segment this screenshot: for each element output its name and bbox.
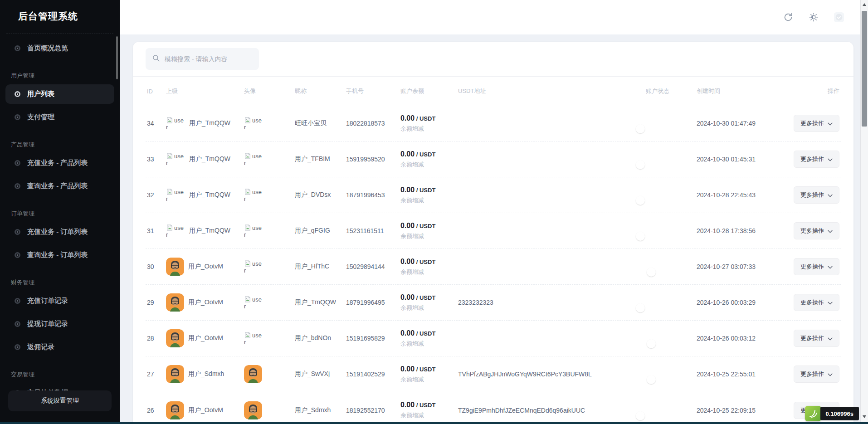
balance-adjust-link[interactable]: 余额增减 — [400, 411, 458, 419]
cell-id: 26 — [147, 407, 166, 414]
cell-id: 31 — [147, 227, 166, 234]
sidebar-item-label: 查询业务 - 订单列表 — [27, 251, 88, 259]
sidebar-item-user-list[interactable]: 用户列表 — [5, 84, 114, 104]
chevron-down-icon — [828, 335, 833, 342]
cell-parent: 用户_OotvM — [166, 329, 244, 347]
cell-nickname: 用户_bdNOn — [295, 334, 346, 342]
balance-adjust-link[interactable]: 余额增减 — [400, 340, 458, 348]
sidebar-item-recharge-order-records[interactable]: 充值订单记录 — [5, 291, 114, 311]
search-icon — [152, 54, 160, 64]
sidebar-section-label: 产品管理 — [0, 129, 120, 151]
user-avatar[interactable] — [834, 12, 844, 23]
menu-dot-icon — [15, 298, 20, 304]
thinkphp-trace-icon[interactable] — [805, 406, 821, 421]
column-header-balance: 账户余额 — [400, 87, 458, 95]
cell-phone: 15191695829 — [346, 335, 400, 342]
cell-actions: 更多操作 — [794, 151, 839, 168]
toggle-knob — [647, 375, 656, 384]
sidebar-item-dashboard[interactable]: 首页概况总览 — [5, 39, 114, 58]
balance-value: 0.00 — [400, 150, 414, 158]
cell-usdt-address: TVhPfzABgJHJnWoGYqW9RCt6PcY3BUFW8L — [458, 370, 646, 378]
cell-actions: 更多操作 — [794, 366, 839, 383]
parent-name: 用户_TmQQW — [189, 227, 230, 235]
cell-avatar: user — [244, 224, 295, 238]
column-header-id: ID — [147, 88, 166, 95]
cell-id: 28 — [147, 335, 166, 342]
sidebar-item-query-product-list[interactable]: 查询业务 - 产品列表 — [5, 176, 114, 196]
cell-id: 33 — [147, 156, 166, 163]
balance-adjust-link[interactable]: 余额增减 — [400, 161, 458, 169]
cell-id: 30 — [147, 263, 166, 270]
balance-adjust-link[interactable]: 余额增减 — [400, 304, 458, 312]
table-row: 27用户_Sdmxh用户_SwVXj151914025290.00 / USDT… — [146, 356, 841, 392]
scrollbar-down-arrow[interactable] — [861, 413, 868, 420]
balance-value: 0.00 — [400, 222, 414, 229]
more-actions-button[interactable]: 更多操作 — [794, 366, 839, 383]
scrollbar-thumb[interactable] — [862, 11, 867, 127]
cell-created-time: 2024-10-25 22:09:15 — [697, 407, 787, 414]
more-actions-button[interactable]: 更多操作 — [794, 115, 839, 132]
cell-parent: user用户_TmQQW — [166, 117, 244, 131]
more-actions-button[interactable]: 更多操作 — [794, 330, 839, 347]
user-table: ID上级头像昵称手机号账户余额USDT地址账户状态创建时间操作 34user用户… — [133, 77, 853, 424]
user-list-card: ID上级头像昵称手机号账户余额USDT地址账户状态创建时间操作 34user用户… — [133, 42, 853, 424]
balance-value: 0.00 — [400, 114, 414, 122]
column-header-status: 账户状态 — [646, 87, 697, 95]
sidebar-item-label: 查询业务 - 产品列表 — [27, 182, 88, 190]
balance-unit: / USDT — [414, 115, 435, 122]
cell-phone: 18791996495 — [346, 299, 400, 306]
user-photo-avatar — [166, 258, 184, 276]
balance-adjust-link[interactable]: 余额增减 — [400, 196, 458, 205]
column-header-nick: 昵称 — [295, 87, 346, 95]
broken-image-placeholder: user — [244, 117, 263, 131]
system-settings-button[interactable]: 系统设置管理 — [8, 390, 112, 411]
menu-dot-icon — [15, 45, 20, 51]
more-actions-button[interactable]: 更多操作 — [794, 151, 839, 168]
sidebar-item-rebate-records[interactable]: 返佣记录 — [5, 337, 114, 357]
cell-avatar: user — [244, 260, 295, 274]
cell-phone: 18022818573 — [346, 120, 400, 127]
cell-nickname: 用户_qFGIG — [295, 227, 346, 235]
cell-created-time: 2024-10-30 01:47:49 — [697, 120, 787, 127]
cell-avatar — [244, 401, 295, 419]
sidebar-item-payment-management[interactable]: 支付管理 — [5, 107, 114, 127]
more-actions-button[interactable]: 更多操作 — [794, 222, 839, 239]
balance-adjust-link[interactable]: 余额增减 — [400, 375, 458, 384]
cell-actions: 更多操作 — [794, 330, 839, 347]
balance-amount: 0.00 / USDT — [400, 114, 458, 122]
sidebar-item-query-order-list[interactable]: 查询业务 - 订单列表 — [5, 245, 114, 265]
more-actions-button[interactable]: 更多操作 — [794, 186, 839, 204]
balance-adjust-link[interactable]: 余额增减 — [400, 125, 458, 133]
cell-created-time: 2024-10-26 00:03:29 — [697, 299, 787, 306]
theme-toggle-icon[interactable] — [808, 12, 819, 23]
scrollbar-up-arrow[interactable] — [861, 1, 868, 8]
sidebar-item-withdraw-order-records[interactable]: 提现订单记录 — [5, 314, 114, 334]
user-photo-avatar — [166, 365, 184, 383]
sidebar-item-recharge-product-list[interactable]: 充值业务 - 产品列表 — [5, 153, 114, 173]
refresh-icon[interactable] — [783, 12, 794, 23]
cell-phone: 15029894144 — [346, 263, 400, 270]
balance-adjust-link[interactable]: 余额增减 — [400, 232, 458, 240]
sidebar-item-recharge-order-list[interactable]: 充值业务 - 订单列表 — [5, 222, 114, 242]
cell-nickname: 用户_SwVXj — [295, 370, 346, 378]
main-area: ID上级头像昵称手机号账户余额USDT地址账户状态创建时间操作 34user用户… — [120, 0, 868, 424]
more-actions-button[interactable]: 更多操作 — [794, 294, 839, 311]
sidebar-scrollbar[interactable] — [116, 36, 118, 79]
sidebar-item-label: 支付管理 — [27, 113, 54, 122]
more-actions-button[interactable]: 更多操作 — [794, 258, 839, 275]
cell-balance: 0.00 / USDT余额增减 — [400, 222, 458, 240]
cell-avatar: user — [244, 188, 295, 202]
column-header-usdt: USDT地址 — [458, 87, 646, 95]
page-scrollbar[interactable] — [860, 0, 868, 424]
balance-unit: / USDT — [414, 402, 435, 409]
cell-parent: 用户_OotvM — [166, 258, 244, 276]
search-input[interactable] — [165, 55, 253, 63]
balance-value: 0.00 — [400, 365, 414, 373]
menu-dot-icon — [15, 183, 20, 189]
cell-actions: 更多操作 — [794, 222, 839, 239]
table-body: 34user用户_TmQQWuser旺旺小宝贝180228185730.00 /… — [146, 106, 841, 424]
balance-adjust-link[interactable]: 余额增减 — [400, 268, 458, 276]
user-photo-avatar — [166, 329, 184, 347]
balance-value: 0.00 — [400, 186, 414, 194]
page-load-time-badge: 0.106996s — [820, 407, 859, 420]
